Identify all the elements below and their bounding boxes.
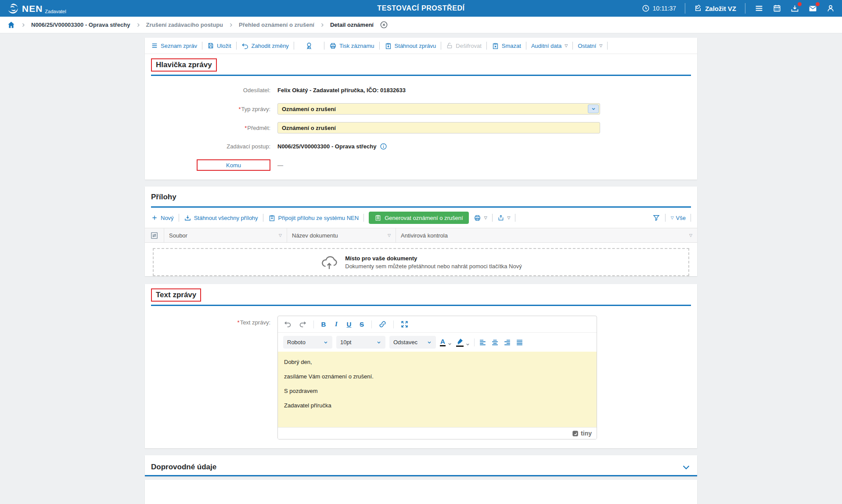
audit-data-label: Auditní data [531,43,561,49]
undo-icon[interactable] [284,320,292,328]
editor-content[interactable]: Dobrý den, zasíláme Vám oznámení o zruše… [278,352,597,427]
filter-icon[interactable] [652,214,660,222]
user-icon[interactable] [826,4,835,13]
column-header-soubor[interactable]: Soubor ▽ [164,228,287,242]
breadcrumb-item-cancellation[interactable]: Zrušení zadávacího postupu [146,22,223,28]
delete-button[interactable]: Smazat [492,42,521,50]
save-button[interactable]: Uložit [207,42,231,49]
editor-line: Zadavatel příručka [284,402,590,409]
breadcrumb-item-procedure[interactable]: N006/25/V00003300 - Oprava střechy [31,22,130,28]
divider [294,42,294,50]
breadcrumb-item-overview[interactable]: Přehled oznámení o zrušení [239,22,314,28]
divider [441,42,441,50]
caret-down-icon: ▽ [671,216,674,220]
info-icon[interactable] [380,143,387,150]
required-asterisk: * [245,125,247,131]
create-vz-button[interactable]: Založit VZ [694,4,736,12]
column-filter-icon[interactable]: ▽ [689,233,692,238]
underline-button[interactable]: U [346,320,352,328]
italic-button[interactable]: I [333,320,339,328]
clock-icon [642,4,650,12]
generate-cancellation-button[interactable]: Generovat oznámení o zrušení [369,212,469,224]
recipient-link[interactable]: Komu [197,159,270,171]
sender-value: Felix Okátý - Zadavatel příručka, IČO: 0… [277,87,406,94]
divider [572,42,573,50]
divider [691,214,691,222]
chevron-down-icon[interactable] [681,462,691,472]
divider [607,42,608,50]
home-icon[interactable] [7,21,15,29]
column-settings-button[interactable] [145,228,164,242]
other-button[interactable]: Ostatní ▽ [578,43,602,49]
discard-changes-button[interactable]: Zahodit změny [241,42,289,50]
align-center-icon[interactable] [491,338,499,346]
link-icon[interactable] [378,320,387,328]
message-list-button[interactable]: Seznam zpráv [151,42,197,49]
align-left-icon[interactable] [479,338,487,346]
download-all-attachments-label: Stáhnout všechny přílohy [194,215,258,221]
align-right-icon[interactable] [503,338,511,346]
menu-icon[interactable] [754,4,764,13]
print-attachments-button[interactable]: ▽ [474,214,487,222]
new-attachment-label: Nový [161,215,174,221]
attach-from-nen-button[interactable]: Připojit přílohu ze systému NEN [268,214,359,222]
fullscreen-icon[interactable] [400,320,409,328]
message-type-select[interactable]: Oznámení o zrušení [277,103,600,115]
topbar-actions: 10:11:37 Založit VZ [642,3,835,14]
accompanying-data-card: Doprovodné údaje [145,455,697,476]
signature-seal-button[interactable] [299,42,319,50]
seal-icon [305,42,313,50]
divider [492,214,493,222]
divider [363,214,364,222]
form-row-recipient: Komu — [151,159,691,171]
print-icon [329,42,337,50]
divider [665,214,666,222]
export-attachments-button[interactable]: ▽ [497,214,511,221]
accompanying-data-header[interactable]: Doprovodné údaje [145,455,697,473]
section-title-text-zpravy: Text zprávy [151,288,201,302]
print-record-button[interactable]: Tisk záznamu [329,42,374,50]
decrypt-button[interactable]: Dešifrovat [446,42,482,49]
save-icon [207,42,214,49]
download-all-attachments-button[interactable]: Stáhnout všechny přílohy [184,214,258,222]
subject-input[interactable] [277,122,600,133]
column-filter-icon[interactable]: ▽ [279,233,282,238]
font-size-select[interactable]: 10pt [336,336,385,349]
chevron-down-icon[interactable] [588,104,599,113]
divider [379,42,380,50]
column-header-antivir[interactable]: Antivirová kontrola ▽ [396,228,697,242]
audit-data-button[interactable]: Auditní data ▽ [531,43,568,49]
attachments-dropzone[interactable]: Místo pro vaše dokumenty Dokumenty sem m… [153,248,689,276]
block-format-value: Odstavec [393,339,417,346]
menu-list-icon [151,42,158,49]
strikethrough-button[interactable]: S [359,320,365,328]
filter-all-button[interactable]: ▽ Vše [670,215,686,221]
close-icon[interactable] [380,21,388,29]
divider [371,320,372,328]
caret-down-icon: ▽ [565,43,568,48]
downloads-icon[interactable] [790,4,799,13]
highlight-color-button[interactable] [456,338,470,347]
clipboard-delete-icon [492,42,499,50]
column-header-nazev[interactable]: Název dokumentu ▽ [287,228,396,242]
mail-icon[interactable] [808,4,817,13]
divider [393,320,394,328]
new-attachment-button[interactable]: Nový [151,214,174,221]
redo-icon[interactable] [299,320,307,328]
nen-logo[interactable]: NEN Zadavatel [7,3,66,14]
calendar-icon[interactable] [773,4,781,13]
breadcrumb: N006/25/V00003300 - Oprava střechy Zruše… [0,17,842,33]
block-format-select[interactable]: Odstavec [389,336,436,349]
message-text-form: *Text zprávy: B I U S [145,306,697,448]
attachments-section-head: Přílohy [145,187,697,208]
align-justify-icon[interactable] [515,338,524,346]
bold-button[interactable]: B [320,320,327,328]
required-asterisk: * [238,106,241,112]
form-row-procedure: Zadávací postup: N006/25/V00003300 - Opr… [151,141,691,152]
download-message-button[interactable]: Stáhnout zprávu [385,42,436,50]
column-filter-icon[interactable]: ▽ [388,233,391,238]
divider [324,42,324,50]
text-color-button[interactable]: A [440,338,452,347]
font-family-select[interactable]: Roboto [283,336,332,349]
tiny-logo[interactable] [572,430,579,437]
